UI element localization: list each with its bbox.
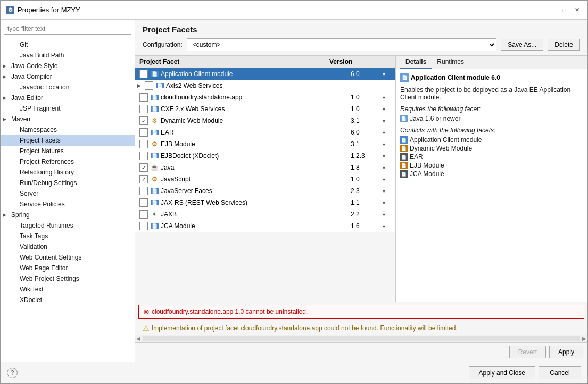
- sidebar-item-label: Git: [20, 41, 28, 48]
- sidebar-item-23[interactable]: WikiText: [1, 284, 135, 295]
- facet-expand-1[interactable]: ▶📄Axis2 Web Services: [135, 80, 395, 91]
- conflicts-list: 📄Application Client module📄Dynamic Web M…: [400, 136, 583, 178]
- apply-and-close-button[interactable]: Apply and Close: [469, 366, 535, 379]
- minimize-button[interactable]: —: [546, 5, 557, 15]
- close-button[interactable]: ✕: [572, 5, 582, 15]
- facet-version-2: 1.0: [351, 94, 383, 101]
- sidebar-item-4[interactable]: Javadoc Location: [1, 82, 135, 93]
- requires-icon: 📄: [400, 115, 408, 122]
- facet-row-10[interactable]: 📄JavaServer Faces2.3▾: [135, 185, 395, 197]
- facet-row-13[interactable]: 📄JCA Module1.6▾: [135, 220, 395, 232]
- sidebar-item-18[interactable]: Task Tags: [1, 231, 135, 241]
- facet-dropdown-arrow-3[interactable]: ▾: [383, 106, 391, 112]
- apply-button[interactable]: Apply: [549, 346, 583, 358]
- facet-dropdown-arrow-8[interactable]: ▾: [383, 165, 391, 171]
- sidebar-item-6[interactable]: JSP Fragment: [1, 103, 135, 114]
- expand-arrow: ▶: [3, 212, 9, 218]
- facet-dropdown-arrow-10[interactable]: ▾: [383, 188, 391, 194]
- sidebar-item-3[interactable]: ▶Java Compiler: [1, 71, 135, 82]
- sidebar-item-label: Java Editor: [11, 94, 43, 102]
- facet-checkbox-13[interactable]: [139, 222, 148, 230]
- sidebar-item-2[interactable]: ▶Java Code Style: [1, 61, 135, 71]
- facet-row-4[interactable]: ⚙Dynamic Web Module3.1▾: [135, 115, 395, 127]
- facet-name-10: JavaServer Faces: [161, 187, 351, 195]
- facet-checkbox-12[interactable]: [139, 210, 148, 219]
- revert-button[interactable]: Revert: [509, 346, 546, 358]
- facet-dropdown-arrow-9[interactable]: ▾: [383, 177, 391, 182]
- facet-dropdown-arrow-2[interactable]: ▾: [383, 95, 391, 101]
- facet-checkbox-8[interactable]: [139, 163, 148, 172]
- sidebar: GitJava Build Path▶Java Code Style▶Java …: [1, 20, 135, 362]
- save-as-button[interactable]: Save As...: [501, 39, 543, 51]
- facet-checkbox-11[interactable]: [139, 198, 148, 207]
- sidebar-item-22[interactable]: Web Project Settings: [1, 273, 135, 284]
- facet-checkbox-9[interactable]: [139, 175, 148, 183]
- facet-checkbox-10[interactable]: [139, 187, 148, 195]
- details-requires: Requires the following facet: 📄 Java 1.6…: [400, 105, 583, 122]
- facet-checkbox-0[interactable]: [139, 70, 148, 78]
- sidebar-item-0[interactable]: Git: [1, 39, 135, 50]
- sidebar-item-15[interactable]: Service Policies: [1, 199, 135, 210]
- facet-row-3[interactable]: 📄CXF 2.x Web Services1.0▾: [135, 103, 395, 115]
- sidebar-item-1[interactable]: Java Build Path: [1, 50, 135, 61]
- sidebar-item-11[interactable]: Project References: [1, 156, 135, 167]
- sidebar-item-17[interactable]: Targeted Runtimes: [1, 220, 135, 231]
- facet-dropdown-arrow-11[interactable]: ▾: [383, 200, 391, 206]
- help-button[interactable]: ?: [7, 368, 18, 378]
- conflict-icon-2: 📄: [400, 153, 408, 161]
- facet-row-12[interactable]: ✦JAXB2.2▾: [135, 208, 395, 220]
- sidebar-item-10[interactable]: Project Natures: [1, 146, 135, 156]
- facets-area: Project Facet Version 📄Application Clien…: [135, 56, 587, 302]
- sidebar-item-19[interactable]: Validation: [1, 241, 135, 252]
- sidebar-item-24[interactable]: XDoclet: [1, 295, 135, 305]
- details-tab-0[interactable]: Details: [400, 56, 432, 69]
- h-scrollbar-track[interactable]: [143, 336, 580, 341]
- facet-row-5[interactable]: 📄EAR6.0▾: [135, 127, 395, 138]
- sidebar-item-14[interactable]: Server: [1, 188, 135, 199]
- facet-checkbox-7[interactable]: [139, 152, 148, 160]
- sidebar-item-label: Project References: [20, 158, 74, 165]
- sidebar-item-12[interactable]: Refactoring History: [1, 167, 135, 178]
- facet-row-0[interactable]: 📄Application Client module6.0▾: [135, 68, 395, 80]
- facet-dropdown-arrow-12[interactable]: ▾: [383, 212, 391, 218]
- facet-dropdown-arrow-0[interactable]: ▾: [383, 71, 391, 77]
- facet-dropdown-arrow-7[interactable]: ▾: [383, 153, 391, 159]
- facet-name-11: JAX-RS (REST Web Services): [161, 199, 351, 206]
- facet-checkbox-5[interactable]: [139, 128, 148, 137]
- facet-row-7[interactable]: 📄EJBDoclet (XDoclet)1.2.3▾: [135, 150, 395, 162]
- facet-version-7: 1.2.3: [351, 152, 383, 160]
- delete-button[interactable]: Delete: [548, 39, 580, 51]
- facet-checkbox-2[interactable]: [139, 93, 148, 102]
- facet-checkbox-4[interactable]: [139, 116, 148, 125]
- sidebar-item-5[interactable]: ▶Java Editor: [1, 93, 135, 103]
- config-select[interactable]: <custom>: [187, 38, 497, 51]
- facet-row-2[interactable]: 📄cloudfoundry.standalone.app1.0▾: [135, 91, 395, 103]
- sidebar-item-label: Service Policies: [20, 201, 65, 208]
- maximize-button[interactable]: □: [559, 5, 569, 15]
- facet-dropdown-arrow-6[interactable]: ▾: [383, 141, 391, 147]
- facet-row-6[interactable]: ⚙EJB Module3.1▾: [135, 138, 395, 150]
- search-input[interactable]: [4, 23, 131, 35]
- sidebar-item-13[interactable]: Run/Debug Settings: [1, 178, 135, 188]
- sidebar-item-16[interactable]: ▶Spring: [1, 210, 135, 220]
- facet-row-8[interactable]: ☕Java1.8▾: [135, 162, 395, 173]
- facet-dropdown-arrow-5[interactable]: ▾: [383, 130, 391, 136]
- sidebar-item-8[interactable]: Namespaces: [1, 124, 135, 135]
- facet-checkbox-1[interactable]: [145, 81, 153, 90]
- facet-row-11[interactable]: 📄JAX-RS (REST Web Services)1.1▾: [135, 197, 395, 208]
- sidebar-item-7[interactable]: ▶Maven: [1, 114, 135, 124]
- facet-dropdown-arrow-4[interactable]: ▾: [383, 118, 391, 124]
- details-tab-1[interactable]: Runtimes: [432, 56, 469, 69]
- facet-checkbox-3[interactable]: [139, 105, 148, 113]
- sidebar-item-9[interactable]: Project Facets: [1, 135, 135, 146]
- sidebar-item-20[interactable]: Web Content Settings: [1, 252, 135, 263]
- facet-checkbox-6[interactable]: [139, 140, 148, 148]
- facet-dropdown-arrow-13[interactable]: ▾: [383, 223, 391, 229]
- facet-name-8: Java: [161, 164, 351, 171]
- horizontal-scroll[interactable]: ◀ ▶: [135, 335, 587, 342]
- sidebar-item-21[interactable]: Web Page Editor: [1, 263, 135, 273]
- details-title-text: Application Client module 6.0: [411, 74, 500, 81]
- facet-row-9[interactable]: ⚙JavaScript1.0▾: [135, 173, 395, 185]
- expand-arrow: ▶: [3, 63, 9, 69]
- cancel-button[interactable]: Cancel: [539, 366, 581, 379]
